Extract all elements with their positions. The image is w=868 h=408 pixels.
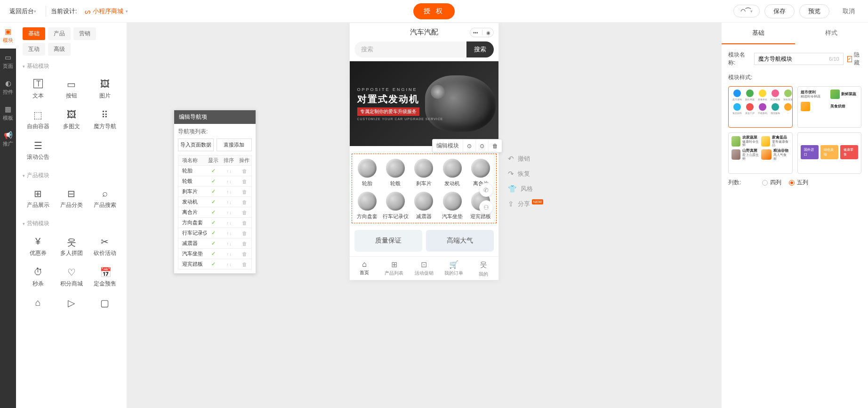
search-button[interactable]: 搜索	[466, 41, 494, 57]
module-multi-image[interactable]: 🖾多图文	[56, 106, 87, 134]
row-show-toggle[interactable]: ✓	[207, 240, 220, 246]
module-extra-1[interactable]: ⌂	[23, 294, 53, 314]
row-show-toggle[interactable]: ✓	[207, 220, 220, 226]
module-extra-2[interactable]: ▷	[56, 294, 87, 314]
module-coupon[interactable]: ¥优惠券	[23, 232, 53, 261]
nav-item[interactable]: 发动机	[438, 159, 466, 187]
authorize-button[interactable]: 授 权	[413, 3, 455, 19]
rail-module[interactable]: ▣模块	[0, 23, 16, 49]
style-option-1[interactable]: 超市便利 新鲜果蔬 美食烘焙 鲜花植物 家纺家居 食品饮料 美妆个护 手机数码 …	[728, 86, 793, 128]
save-button[interactable]: 保存	[764, 4, 795, 18]
hide-checkbox[interactable]: ✓隐藏	[847, 51, 861, 67]
row-sort[interactable]: ↑ ↓	[220, 241, 238, 246]
redo-button[interactable]: ↷恢复	[508, 170, 544, 178]
cancel-button[interactable]: 取消	[834, 5, 863, 18]
move-up-button[interactable]: ⊙	[463, 140, 476, 152]
move-down-button[interactable]: ⊙	[476, 140, 489, 152]
prop-tab-style[interactable]: 样式	[795, 23, 868, 44]
row-show-toggle[interactable]: ✓	[207, 199, 220, 205]
wechat-capsule[interactable]: •••◉	[470, 28, 494, 37]
banner[interactable]: OPPOSITE ENGINE 对置式发动机 专属定制你的爱车升级服务 CUST…	[350, 61, 498, 146]
nav-item[interactable]: 刹车片	[410, 159, 438, 187]
style-option-4[interactable]: 国外进口 绿色美味 健康零食	[797, 132, 862, 174]
rail-promo[interactable]: 📢推广	[0, 126, 16, 152]
module-name-input[interactable]	[758, 56, 829, 62]
style-option-2[interactable]: 超市便利精选时令鲜蔬 新鲜菜蔬 美食烘焙	[797, 86, 862, 128]
row-delete[interactable]: 🗑	[238, 220, 251, 226]
row-delete[interactable]: 🗑	[238, 251, 251, 257]
row-show-toggle[interactable]: ✓	[207, 261, 220, 267]
module-magic-nav[interactable]: ⠿魔方导航	[89, 106, 120, 134]
row-sort[interactable]: ↑ ↓	[220, 168, 238, 174]
module-button[interactable]: ▭按钮	[56, 75, 87, 104]
import-page-data-button[interactable]: 导入页面数据	[178, 139, 214, 151]
row-delete[interactable]: 🗑	[238, 189, 251, 195]
rail-control[interactable]: ◐控件	[0, 74, 16, 100]
row-sort[interactable]: ↑ ↓	[220, 179, 238, 184]
row-sort[interactable]: ↑ ↓	[220, 251, 238, 257]
magic-nav-module[interactable]: 轮胎轮毂刹车片发动机离合片方向盘套行车记录仪减震器汽车坐垫迎宾踏板✆ ⚇	[352, 154, 497, 223]
tab-mine[interactable]: 웃我的	[468, 257, 498, 280]
row-show-toggle[interactable]: ✓	[207, 230, 220, 236]
module-scroll-notice[interactable]: ☰滚动公告	[23, 136, 53, 165]
row-delete[interactable]: 🗑	[238, 241, 251, 246]
module-product-search[interactable]: ⌕产品搜索	[89, 184, 120, 213]
radio-4-cols[interactable]: 四列	[762, 179, 781, 187]
preview-button[interactable]: 预览	[799, 4, 829, 18]
row-delete[interactable]: 🗑	[238, 168, 251, 174]
tab-orders[interactable]: 🛒我的订单	[439, 257, 468, 280]
module-tab-advanced[interactable]: 高级	[48, 43, 71, 56]
row-delete[interactable]: 🗑	[238, 210, 251, 215]
module-points-mall[interactable]: ♡积分商城	[56, 263, 87, 292]
edit-module-button[interactable]: 编辑模块	[433, 139, 463, 152]
row-sort[interactable]: ↑ ↓	[220, 189, 238, 195]
nav-item[interactable]: 行车记录仪	[381, 192, 410, 220]
module-text[interactable]: 🅃文本	[23, 75, 53, 104]
module-tab-product[interactable]: 产品	[48, 27, 71, 40]
rail-template[interactable]: ▦模板	[0, 100, 16, 126]
row-sort[interactable]: ↑ ↓	[220, 261, 238, 267]
row-show-toggle[interactable]: ✓	[207, 178, 220, 184]
module-deposit[interactable]: 📅定金预售	[89, 263, 120, 292]
module-tab-market[interactable]: 营销	[73, 27, 96, 40]
tab-products[interactable]: ⊞产品列表	[379, 257, 409, 280]
design-selector[interactable]: ᔕ 小程序商城 ▾	[81, 6, 132, 17]
nav-item[interactable]: 减震器	[410, 192, 438, 220]
float-wechat-icon[interactable]: ⚇	[479, 200, 493, 214]
module-group-buy[interactable]: 웃多人拼团	[56, 232, 87, 261]
module-extra-3[interactable]: ▢	[89, 294, 120, 314]
module-tab-basic[interactable]: 基础	[23, 27, 45, 40]
direct-add-button[interactable]: 直接添加	[217, 139, 252, 151]
row-show-toggle[interactable]: ✓	[207, 188, 220, 195]
row-show-toggle[interactable]: ✓	[207, 209, 220, 215]
float-phone-icon[interactable]: ✆	[479, 183, 493, 197]
style-option-3[interactable]: 农家蔬菜健康时令生鲜 家禽蛋品零售健康食品 山野真菌爱上山原生鲜 粮油谷物高人气…	[728, 132, 793, 174]
module-bargain[interactable]: ✂砍价活动	[89, 232, 120, 261]
radio-5-cols[interactable]: 五列	[789, 179, 808, 187]
rail-page[interactable]: ▭页面	[0, 49, 16, 74]
row-delete[interactable]: 🗑	[238, 199, 251, 205]
module-free-container[interactable]: ⬚自由容器	[23, 106, 53, 134]
module-product-cat[interactable]: ⊟产品分类	[56, 184, 87, 213]
help-icon-button[interactable]: ◠⁀ ▾	[733, 5, 760, 17]
module-product-show[interactable]: ⊞产品展示	[23, 184, 53, 213]
back-link[interactable]: 返回后台 ▾	[5, 5, 41, 18]
row-show-toggle[interactable]: ✓	[207, 168, 220, 174]
nav-item[interactable]: 离合片	[466, 159, 495, 187]
row-sort[interactable]: ↑ ↓	[220, 220, 238, 226]
share-button[interactable]: ⇪分享NEW	[508, 200, 544, 208]
nav-item[interactable]: 方向盘套	[353, 192, 381, 220]
nav-item[interactable]: 轮毂	[381, 159, 410, 187]
delete-module-button[interactable]: 🗑	[489, 140, 502, 152]
row-show-toggle[interactable]: ✓	[207, 251, 220, 257]
row-sort[interactable]: ↑ ↓	[220, 230, 238, 236]
row-delete[interactable]: 🗑	[238, 261, 251, 267]
tab-promo[interactable]: ⊡活动促销	[409, 257, 439, 280]
module-tab-interact[interactable]: 互动	[23, 43, 45, 56]
search-input[interactable]: 搜索	[354, 41, 466, 57]
undo-button[interactable]: ↶撤销	[508, 155, 544, 163]
card-quality[interactable]: 质量保证	[354, 230, 422, 252]
prop-tab-basic[interactable]: 基础	[722, 23, 795, 44]
nav-item[interactable]: 汽车坐垫	[438, 192, 466, 220]
card-highend[interactable]: 高端大气	[426, 230, 494, 252]
